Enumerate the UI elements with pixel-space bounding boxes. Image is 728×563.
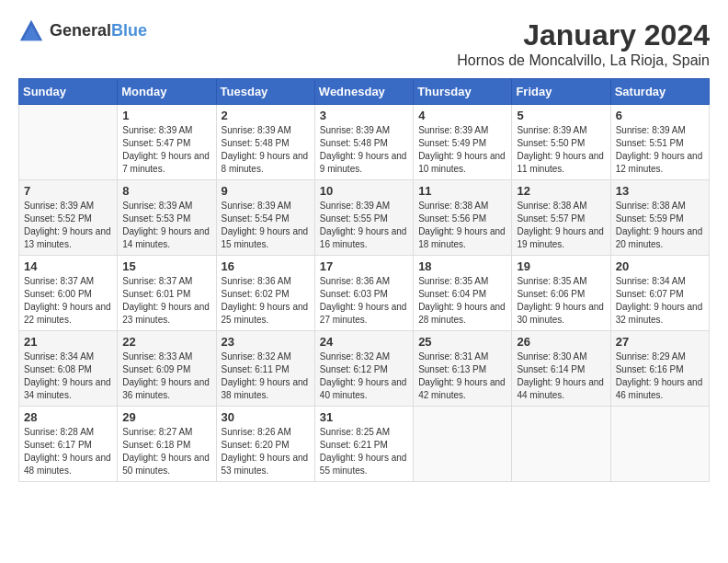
daylight-hours: Daylight: 9 hours and 48 minutes. — [24, 452, 112, 477]
daylight-hours: Daylight: 9 hours and 8 minutes. — [222, 150, 310, 176]
sunset-time: Sunset: 6:04 PM — [418, 288, 506, 301]
daylight-hours: Daylight: 9 hours and 32 minutes. — [616, 301, 704, 327]
sunrise-time: Sunrise: 8:39 AM — [122, 200, 210, 213]
sunrise-time: Sunrise: 8:34 AM — [24, 350, 112, 363]
sunset-time: Sunset: 5:51 PM — [616, 137, 704, 150]
sunrise-time: Sunrise: 8:34 AM — [616, 275, 704, 288]
day-info: Sunrise: 8:36 AM Sunset: 6:03 PM Dayligh… — [320, 275, 408, 327]
calendar-cell: 10 Sunrise: 8:39 AM Sunset: 5:55 PM Dayl… — [314, 180, 413, 256]
daylight-hours: Daylight: 9 hours and 23 minutes. — [122, 301, 210, 327]
day-info: Sunrise: 8:39 AM Sunset: 5:54 PM Dayligh… — [222, 200, 310, 251]
sunrise-time: Sunrise: 8:35 AM — [418, 275, 506, 288]
sunset-time: Sunset: 6:14 PM — [517, 363, 605, 376]
sunset-time: Sunset: 6:08 PM — [24, 363, 112, 376]
calendar-cell: 16 Sunrise: 8:36 AM Sunset: 6:02 PM Dayl… — [216, 256, 314, 331]
day-number: 31 — [320, 410, 408, 424]
day-number: 22 — [122, 335, 210, 349]
day-number: 5 — [517, 109, 605, 122]
day-info: Sunrise: 8:39 AM Sunset: 5:50 PM Dayligh… — [517, 124, 605, 176]
sunset-time: Sunset: 6:18 PM — [122, 439, 210, 452]
day-info: Sunrise: 8:29 AM Sunset: 6:16 PM Dayligh… — [616, 350, 704, 402]
weekday-header-monday: Monday — [118, 79, 216, 105]
calendar-cell: 26 Sunrise: 8:30 AM Sunset: 6:14 PM Dayl… — [512, 331, 610, 407]
calendar-cell: 6 Sunrise: 8:39 AM Sunset: 5:51 PM Dayli… — [610, 105, 709, 180]
sunset-time: Sunset: 6:17 PM — [24, 439, 112, 452]
daylight-hours: Daylight: 9 hours and 46 minutes. — [616, 376, 704, 402]
daylight-hours: Daylight: 9 hours and 50 minutes. — [122, 452, 210, 477]
sunrise-time: Sunrise: 8:36 AM — [320, 275, 408, 288]
sunrise-time: Sunrise: 8:39 AM — [320, 200, 408, 213]
calendar-week-row: 28 Sunrise: 8:28 AM Sunset: 6:17 PM Dayl… — [19, 407, 710, 482]
day-info: Sunrise: 8:38 AM Sunset: 5:59 PM Dayligh… — [616, 200, 704, 251]
sunset-time: Sunset: 5:49 PM — [418, 137, 506, 150]
sunset-time: Sunset: 5:52 PM — [24, 213, 112, 225]
calendar-cell: 1 Sunrise: 8:39 AM Sunset: 5:47 PM Dayli… — [118, 105, 216, 180]
calendar-cell: 12 Sunrise: 8:38 AM Sunset: 5:57 PM Dayl… — [512, 180, 610, 256]
day-number: 15 — [122, 259, 210, 273]
calendar-cell: 24 Sunrise: 8:32 AM Sunset: 6:12 PM Dayl… — [314, 331, 413, 407]
weekday-header-sunday: Sunday — [19, 79, 118, 105]
calendar-cell: 11 Sunrise: 8:38 AM Sunset: 5:56 PM Dayl… — [414, 180, 512, 256]
calendar-cell: 23 Sunrise: 8:32 AM Sunset: 6:11 PM Dayl… — [216, 331, 314, 407]
sunrise-time: Sunrise: 8:39 AM — [122, 124, 210, 137]
logo-icon — [18, 18, 44, 44]
sunset-time: Sunset: 6:09 PM — [122, 363, 210, 376]
sunrise-time: Sunrise: 8:39 AM — [222, 200, 310, 213]
sunrise-time: Sunrise: 8:39 AM — [24, 200, 112, 213]
sunrise-time: Sunrise: 8:25 AM — [320, 426, 408, 439]
daylight-hours: Daylight: 9 hours and 18 minutes. — [418, 225, 506, 251]
day-number: 13 — [616, 184, 704, 198]
sunset-time: Sunset: 6:02 PM — [222, 288, 310, 301]
day-info: Sunrise: 8:31 AM Sunset: 6:13 PM Dayligh… — [418, 350, 506, 402]
sunset-time: Sunset: 5:59 PM — [616, 213, 704, 225]
day-number: 19 — [517, 259, 605, 273]
day-number: 23 — [222, 335, 310, 349]
location-title: Hornos de Moncalvillo, La Rioja, Spain — [457, 52, 710, 69]
day-number: 7 — [24, 184, 112, 198]
day-info: Sunrise: 8:32 AM Sunset: 6:11 PM Dayligh… — [222, 350, 310, 402]
weekday-header-row: SundayMondayTuesdayWednesdayThursdayFrid… — [19, 79, 710, 105]
sunset-time: Sunset: 6:00 PM — [24, 288, 112, 301]
daylight-hours: Daylight: 9 hours and 36 minutes. — [122, 376, 210, 402]
sunrise-time: Sunrise: 8:38 AM — [418, 200, 506, 213]
sunrise-time: Sunrise: 8:30 AM — [517, 350, 605, 363]
calendar-week-row: 7 Sunrise: 8:39 AM Sunset: 5:52 PM Dayli… — [19, 180, 710, 256]
day-number: 17 — [320, 259, 408, 273]
day-info: Sunrise: 8:39 AM Sunset: 5:47 PM Dayligh… — [122, 124, 210, 176]
calendar-cell: 3 Sunrise: 8:39 AM Sunset: 5:48 PM Dayli… — [314, 105, 413, 180]
calendar-cell — [610, 407, 709, 482]
daylight-hours: Daylight: 9 hours and 19 minutes. — [517, 225, 605, 251]
daylight-hours: Daylight: 9 hours and 11 minutes. — [517, 150, 605, 176]
calendar-cell: 30 Sunrise: 8:26 AM Sunset: 6:20 PM Dayl… — [216, 407, 314, 482]
sunset-time: Sunset: 6:06 PM — [517, 288, 605, 301]
logo-text-blue: Blue — [111, 21, 147, 40]
daylight-hours: Daylight: 9 hours and 10 minutes. — [418, 150, 506, 176]
sunrise-time: Sunrise: 8:32 AM — [320, 350, 408, 363]
day-info: Sunrise: 8:25 AM Sunset: 6:21 PM Dayligh… — [320, 426, 408, 477]
day-info: Sunrise: 8:39 AM Sunset: 5:55 PM Dayligh… — [320, 200, 408, 251]
sunset-time: Sunset: 5:50 PM — [517, 137, 605, 150]
day-info: Sunrise: 8:30 AM Sunset: 6:14 PM Dayligh… — [517, 350, 605, 402]
day-number: 28 — [24, 410, 112, 424]
sunrise-time: Sunrise: 8:39 AM — [418, 124, 506, 137]
calendar-week-row: 1 Sunrise: 8:39 AM Sunset: 5:47 PM Dayli… — [19, 105, 710, 180]
daylight-hours: Daylight: 9 hours and 30 minutes. — [517, 301, 605, 327]
day-number: 24 — [320, 335, 408, 349]
calendar-cell: 31 Sunrise: 8:25 AM Sunset: 6:21 PM Dayl… — [314, 407, 413, 482]
sunset-time: Sunset: 6:07 PM — [616, 288, 704, 301]
calendar-cell: 18 Sunrise: 8:35 AM Sunset: 6:04 PM Dayl… — [414, 256, 512, 331]
sunset-time: Sunset: 5:55 PM — [320, 213, 408, 225]
sunset-time: Sunset: 6:12 PM — [320, 363, 408, 376]
day-number: 4 — [418, 109, 506, 122]
daylight-hours: Daylight: 9 hours and 16 minutes. — [320, 225, 408, 251]
month-title: January 2024 — [457, 18, 710, 52]
calendar-cell: 9 Sunrise: 8:39 AM Sunset: 5:54 PM Dayli… — [216, 180, 314, 256]
day-number: 29 — [122, 410, 210, 424]
sunset-time: Sunset: 5:54 PM — [222, 213, 310, 225]
calendar-cell: 28 Sunrise: 8:28 AM Sunset: 6:17 PM Dayl… — [19, 407, 118, 482]
day-info: Sunrise: 8:28 AM Sunset: 6:17 PM Dayligh… — [24, 426, 112, 477]
calendar-cell: 5 Sunrise: 8:39 AM Sunset: 5:50 PM Dayli… — [512, 105, 610, 180]
page-header: GeneralBlue January 2024 Hornos de Monca… — [18, 18, 710, 69]
day-info: Sunrise: 8:37 AM Sunset: 6:01 PM Dayligh… — [122, 275, 210, 327]
day-info: Sunrise: 8:39 AM Sunset: 5:48 PM Dayligh… — [320, 124, 408, 176]
